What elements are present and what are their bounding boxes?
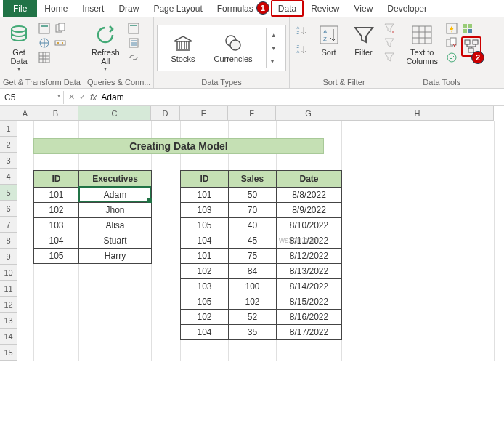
- advanced-button[interactable]: [383, 51, 396, 64]
- table-cell[interactable]: 75: [229, 249, 277, 264]
- row-header-9[interactable]: 9: [0, 249, 17, 265]
- table-cell[interactable]: 50: [229, 188, 277, 203]
- table-cell[interactable]: 8/16/2022: [277, 310, 342, 325]
- row-header-8[interactable]: 8: [0, 233, 17, 249]
- gallery-scroll[interactable]: ▲ ▼ ▾: [266, 28, 278, 68]
- table-cell[interactable]: 8/10/2022: [277, 218, 342, 233]
- table-row[interactable]: 104358/17/2022: [181, 325, 342, 340]
- table-cell[interactable]: 102: [229, 294, 277, 310]
- table-row[interactable]: 105408/10/2022: [181, 218, 342, 233]
- table-cell[interactable]: Alisa: [79, 218, 152, 233]
- flash-fill-button[interactable]: [445, 22, 458, 35]
- table-cell[interactable]: 8/17/2022: [277, 325, 342, 340]
- scroll-down-icon[interactable]: ▼: [269, 45, 278, 52]
- from-web-button[interactable]: [38, 36, 51, 49]
- table-cell[interactable]: Stuart: [79, 233, 152, 249]
- tab-review[interactable]: Review: [304, 0, 346, 17]
- tab-view[interactable]: View: [347, 0, 381, 17]
- remove-duplicates-button[interactable]: [445, 36, 458, 49]
- cancel-icon[interactable]: ✕: [68, 92, 75, 102]
- tab-formulas[interactable]: Formulas: [210, 0, 255, 17]
- table-cell[interactable]: 100: [229, 279, 277, 294]
- row-header-5[interactable]: 5: [0, 185, 17, 201]
- table-cell[interactable]: Jhon: [79, 203, 152, 218]
- row-header-3[interactable]: 3: [0, 153, 17, 169]
- col-header-C[interactable]: C: [78, 106, 151, 121]
- row-header-11[interactable]: 11: [0, 281, 17, 297]
- table-cell[interactable]: 102: [181, 264, 229, 279]
- table-cell[interactable]: 8/15/2022: [277, 294, 342, 310]
- table-cell[interactable]: 103: [181, 279, 229, 294]
- table-cell[interactable]: 84: [229, 264, 277, 279]
- relationships-button[interactable]: 2: [461, 36, 481, 57]
- col-header-F[interactable]: F: [228, 106, 276, 121]
- gallery-expand-icon[interactable]: ▾: [269, 58, 278, 65]
- table-cell[interactable]: 101: [181, 249, 229, 264]
- row-header-15[interactable]: 15: [0, 345, 17, 361]
- properties-button[interactable]: [127, 36, 140, 49]
- table-cell[interactable]: 105: [181, 218, 229, 233]
- table-cell[interactable]: 52: [229, 310, 277, 325]
- table-cell[interactable]: Adam: [79, 188, 152, 203]
- queries-connections-button[interactable]: [127, 22, 140, 35]
- table-cell[interactable]: 8/12/2022: [277, 249, 342, 264]
- table-cell[interactable]: 105: [181, 294, 229, 310]
- from-table-button[interactable]: [38, 51, 51, 64]
- col-header-E[interactable]: E: [180, 106, 228, 121]
- tab-page-layout[interactable]: Page Layout: [146, 0, 209, 17]
- table-cell[interactable]: 40: [229, 218, 277, 233]
- table-cell[interactable]: 8/8/2022: [277, 188, 342, 203]
- row-header-7[interactable]: 7: [0, 217, 17, 233]
- table-row[interactable]: 102528/16/2022: [181, 310, 342, 325]
- table-row[interactable]: 102Jhon: [34, 203, 152, 218]
- tab-developer[interactable]: Developer: [380, 0, 434, 17]
- row-header-12[interactable]: 12: [0, 297, 17, 313]
- table-row[interactable]: 105Harry: [34, 249, 152, 264]
- stocks-type[interactable]: Stocks: [165, 30, 200, 66]
- from-text-csv-button[interactable]: [38, 22, 51, 35]
- data-validation-button[interactable]: [445, 51, 458, 64]
- table-row[interactable]: 102848/13/2022: [181, 264, 342, 279]
- col-header-B[interactable]: B: [33, 106, 78, 121]
- tab-draw[interactable]: Draw: [111, 0, 146, 17]
- row-header-2[interactable]: 2: [0, 137, 17, 153]
- table-row[interactable]: 103708/9/2022: [181, 203, 342, 218]
- row-header-6[interactable]: 6: [0, 201, 17, 217]
- reapply-button[interactable]: [383, 36, 396, 49]
- existing-connections-button[interactable]: [54, 36, 67, 49]
- table-cell[interactable]: 8/13/2022: [277, 264, 342, 279]
- table-row[interactable]: 1051028/15/2022: [181, 294, 342, 310]
- cell-grid[interactable]: Creating Data Model IDExecutives101Adam1…: [17, 121, 504, 361]
- text-to-columns-button[interactable]: Text to Columns: [402, 22, 442, 67]
- fx-icon[interactable]: fx: [90, 92, 97, 103]
- select-all-corner[interactable]: [0, 106, 17, 121]
- sort-za-button[interactable]: ZA: [293, 41, 310, 58]
- tab-data[interactable]: Data: [271, 0, 304, 17]
- table-row[interactable]: 101508/8/2022: [181, 188, 342, 203]
- table-cell[interactable]: 45: [229, 233, 277, 249]
- enter-icon[interactable]: ✓: [79, 92, 86, 102]
- table-cell[interactable]: 102: [34, 203, 79, 218]
- row-header-1[interactable]: 1: [0, 121, 17, 137]
- row-header-13[interactable]: 13: [0, 313, 17, 329]
- recent-sources-button[interactable]: [54, 22, 67, 35]
- formula-input[interactable]: [101, 92, 500, 103]
- col-header-G[interactable]: G: [276, 106, 341, 121]
- consolidate-button[interactable]: [461, 22, 474, 35]
- sort-button[interactable]: AZ Sort: [313, 22, 345, 58]
- table-row[interactable]: 101Adam: [34, 188, 152, 203]
- table-cell[interactable]: 105: [34, 249, 79, 264]
- table-cell[interactable]: 101: [181, 188, 229, 203]
- table-cell[interactable]: 104: [34, 233, 79, 249]
- table-cell[interactable]: 35: [229, 325, 277, 340]
- table-row[interactable]: 1031008/14/2022: [181, 279, 342, 294]
- table-cell[interactable]: 104: [181, 325, 229, 340]
- row-header-4[interactable]: 4: [0, 169, 17, 185]
- edit-links-button[interactable]: [127, 51, 140, 64]
- data-types-gallery[interactable]: Stocks Currencies ▲ ▼ ▾: [157, 25, 285, 71]
- col-header-H[interactable]: H: [341, 106, 494, 121]
- table-cell[interactable]: 101: [34, 188, 79, 203]
- row-header-10[interactable]: 10: [0, 265, 17, 281]
- tab-home[interactable]: Home: [37, 0, 75, 17]
- get-data-button[interactable]: Get Data ▾: [3, 22, 35, 73]
